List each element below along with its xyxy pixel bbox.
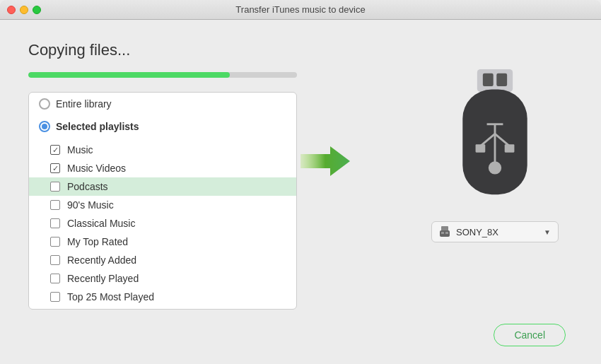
svg-rect-14 xyxy=(441,232,444,234)
playlist-items-list: MusicMusic VideosPodcasts90's MusicClass… xyxy=(29,138,296,309)
svg-rect-3 xyxy=(496,74,507,86)
device-area: SONY_8X ▼ xyxy=(431,69,559,242)
minimize-button[interactable] xyxy=(20,6,28,14)
playlist-item-label: Music xyxy=(67,144,93,155)
entire-library-label: Entire library xyxy=(56,98,112,110)
traffic-lights[interactable] xyxy=(7,6,41,14)
playlist-checkbox[interactable] xyxy=(50,274,60,283)
playlist-checkbox[interactable] xyxy=(50,200,60,210)
playlist-checkbox[interactable] xyxy=(50,163,60,173)
playlist-item[interactable]: Music Videos xyxy=(29,159,296,177)
device-selector[interactable]: SONY_8X ▼ xyxy=(431,221,559,242)
svg-rect-1 xyxy=(477,69,513,92)
playlist-item[interactable]: 90's Music xyxy=(29,196,296,214)
playlist-item[interactable]: My Top Rated xyxy=(29,233,296,251)
playlist-item-label: Classical Music xyxy=(67,218,135,229)
device-name: SONY_8X xyxy=(456,227,538,237)
svg-rect-8 xyxy=(476,144,486,152)
playlist-item-label: Podcasts xyxy=(67,181,108,192)
progress-bar-fill xyxy=(28,72,230,78)
maximize-button[interactable] xyxy=(33,6,41,14)
svg-rect-12 xyxy=(441,226,448,231)
playlist-checkbox[interactable] xyxy=(50,255,60,265)
selected-playlists-radio[interactable] xyxy=(39,121,50,132)
title-bar: Transfer iTunes music to device xyxy=(0,0,601,20)
playlist-checkbox[interactable] xyxy=(50,182,60,192)
playlist-item[interactable]: Podcasts xyxy=(29,177,296,196)
playlist-item-label: Music Videos xyxy=(67,163,126,174)
playlist-checkbox[interactable] xyxy=(50,292,60,302)
dropdown-arrow-icon: ▼ xyxy=(544,228,551,236)
usb-drive-icon xyxy=(445,69,544,211)
playlist-item-label: Recently Added xyxy=(67,254,136,266)
window-title: Transfer iTunes music to device xyxy=(235,4,365,15)
device-selector-icon xyxy=(439,226,450,237)
playlist-item[interactable]: Recently Added xyxy=(29,251,296,269)
selected-playlists-label: Selected playlists xyxy=(56,121,139,132)
svg-rect-2 xyxy=(483,74,494,86)
progress-bar-container xyxy=(28,72,297,78)
playlist-item-label: Top 25 Most Played xyxy=(67,291,154,303)
playlist-checkbox[interactable] xyxy=(50,218,60,228)
playlist-item-label: Recently Played xyxy=(67,273,139,284)
transfer-arrow-icon xyxy=(300,145,350,177)
main-content: Copying files... Entire library Selected… xyxy=(0,20,601,364)
close-button[interactable] xyxy=(7,6,16,14)
cancel-button[interactable]: Cancel xyxy=(494,324,566,346)
svg-marker-0 xyxy=(300,146,350,176)
playlist-checkbox[interactable] xyxy=(50,145,60,155)
playlist-item-label: 90's Music xyxy=(67,199,114,211)
playlist-item[interactable]: Top 25 Most Played xyxy=(29,288,296,306)
svg-point-10 xyxy=(489,161,501,174)
playlist-item-label: My Top Rated xyxy=(67,236,128,247)
playlist-item[interactable]: Classical Music xyxy=(29,214,296,233)
svg-rect-9 xyxy=(505,144,515,152)
playlist-item[interactable]: Recently Played xyxy=(29,269,296,288)
svg-rect-15 xyxy=(445,232,448,234)
page-title: Copying files... xyxy=(28,41,573,59)
arrow-container xyxy=(297,143,354,179)
playlist-box: Entire library Selected playlists MusicM… xyxy=(28,92,297,310)
selected-playlists-option[interactable]: Selected playlists xyxy=(29,115,296,138)
playlist-item[interactable]: Music xyxy=(29,141,296,159)
entire-library-option[interactable]: Entire library xyxy=(29,93,296,115)
playlist-checkbox[interactable] xyxy=(50,237,60,247)
entire-library-radio[interactable] xyxy=(39,98,50,110)
